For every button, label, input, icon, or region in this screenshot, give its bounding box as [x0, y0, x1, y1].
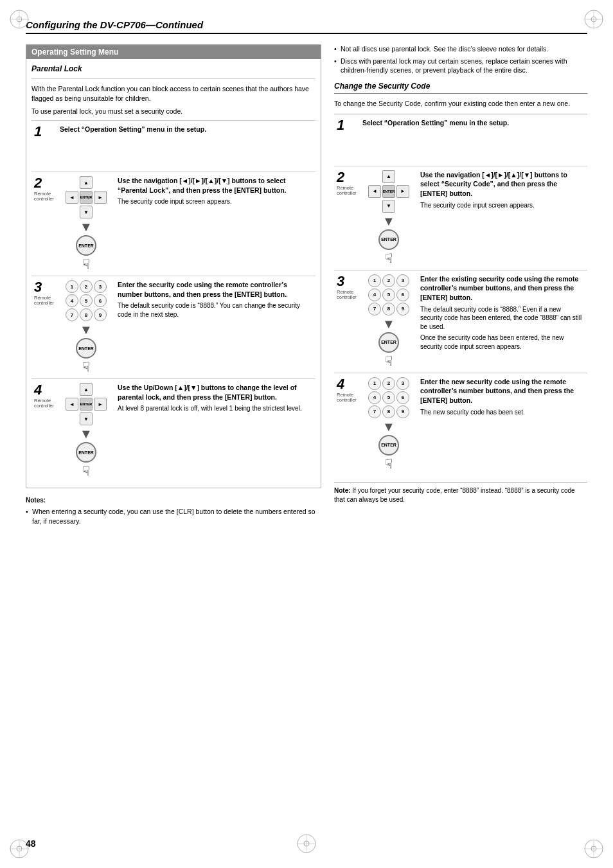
notes-section: Notes: When entering a security code, yo…	[26, 496, 321, 526]
step-1-number: 1	[31, 121, 57, 172]
r4-num-6[interactable]: 6	[396, 391, 409, 404]
num-1[interactable]: 1	[66, 280, 78, 293]
nav-down-btn[interactable]: ▼	[80, 206, 93, 218]
step-4-left: 4 Remote controller ▲	[31, 378, 315, 483]
section-box-header: Operating Setting Menu	[26, 45, 321, 59]
r2-nav-up[interactable]: ▲	[382, 170, 395, 183]
step-2-number: 2 Remote controller	[31, 172, 57, 276]
separator	[31, 78, 315, 79]
corner-decoration-tr	[582, 8, 605, 31]
r4-num-9[interactable]: 9	[396, 405, 409, 418]
r4-enter: ENTER ☟	[378, 435, 399, 472]
ud-down-btn[interactable]: ▼	[80, 412, 93, 425]
r4-num-7[interactable]: 7	[368, 405, 381, 418]
right-step-1: 1 Select “Operation Setting” menu in the…	[334, 114, 587, 166]
step-4-icon: ▲ ◄ ENTER ► ▼	[57, 379, 115, 483]
corner-decoration-tl	[8, 8, 31, 31]
step-2-left: 2 Remote controller ▲	[31, 172, 315, 276]
num-6[interactable]: 6	[94, 294, 107, 307]
num-8[interactable]: 8	[80, 308, 93, 321]
finger-icon-3: ☟	[82, 463, 90, 479]
enter-illus-1: ENTER ☟	[76, 235, 96, 272]
r4-enter-key[interactable]: ENTER	[378, 435, 399, 456]
r2-nav-right[interactable]: ►	[396, 185, 409, 198]
right-bullets: Not all discs use parental lock. See the…	[334, 44, 587, 75]
notes-title: Notes:	[26, 496, 321, 505]
nav-empty2	[94, 176, 107, 189]
finger-icon-1: ☟	[82, 256, 90, 272]
main-content: Operating Setting Menu Parental Lock Wit…	[26, 44, 587, 532]
r4-num-1[interactable]: 1	[368, 377, 381, 390]
page-header: Configuring the DV-CP706—Continued	[26, 19, 587, 34]
right-bullet-2: Discs with parental lock may cut certain…	[334, 57, 587, 75]
nav-enter-center[interactable]: ENTER	[80, 191, 93, 204]
r2-nav-left[interactable]: ◄	[368, 185, 381, 198]
nav-right-btn[interactable]: ►	[94, 191, 107, 204]
r4-num-5[interactable]: 5	[382, 391, 395, 404]
center-bottom-decoration	[295, 832, 318, 856]
step-3-number: 3 Remote controller	[31, 276, 57, 378]
step-3-text: Enter the security code using the remote…	[115, 276, 315, 378]
change-security-code-intro: To change the Security Code, confirm you…	[334, 99, 587, 109]
step-2-remote-nav: ▲ ◄ ENTER ► ▼	[66, 176, 107, 272]
num-9[interactable]: 9	[94, 308, 107, 321]
step-1-left: 1 Select “Operation Setting” menu in the…	[31, 120, 315, 172]
r4-num-2[interactable]: 2	[382, 377, 395, 390]
num-7[interactable]: 7	[66, 308, 78, 321]
r3-num-7[interactable]: 7	[368, 303, 381, 315]
nav-empty4	[94, 206, 107, 218]
right-step-4: 4 Remote controller 1 2 3 4 5 6 7 8	[334, 373, 587, 475]
note-item-1: When entering a security code, you can u…	[26, 507, 321, 526]
num-4[interactable]: 4	[66, 294, 78, 307]
page-title: Configuring the DV-CP706—Continued	[26, 19, 587, 30]
num-3[interactable]: 3	[94, 280, 107, 293]
right-step-3-numpad: 1 2 3 4 5 6 7 8 9 ▼ ENTER	[368, 274, 409, 369]
r3-num-2[interactable]: 2	[382, 274, 395, 287]
r4-arrow: ▼	[382, 420, 395, 433]
r3-num-5[interactable]: 5	[382, 288, 395, 301]
left-column: Operating Setting Menu Parental Lock Wit…	[26, 44, 321, 532]
num-5[interactable]: 5	[80, 294, 93, 307]
right-step-3: 3 Remote controller 1 2 3 4 5 6 7 8	[334, 270, 587, 373]
parental-lock-intro1: With the Parental Lock function you can …	[31, 84, 315, 103]
nav-cross-illus: ▲ ◄ ENTER ► ▼	[66, 176, 107, 218]
step-3-left: 3 Remote controller 1 2 3 4 5	[31, 276, 315, 378]
right-column: Not all discs use parental lock. See the…	[334, 44, 587, 532]
step-2-icon: ▲ ◄ ENTER ► ▼	[57, 172, 115, 276]
r3-enter-key[interactable]: ENTER	[378, 332, 399, 353]
r2-nav-enter[interactable]: ENTER	[382, 185, 395, 198]
r3-num-6[interactable]: 6	[396, 288, 409, 301]
step-3-icon: 1 2 3 4 5 6 7 8 9 ▼	[57, 276, 115, 378]
num-2[interactable]: 2	[80, 280, 93, 293]
arrow-down-1: ▼	[80, 220, 93, 233]
right-step-3-text: Enter the existing security code using t…	[418, 270, 587, 373]
r3-num-3[interactable]: 3	[396, 274, 409, 287]
r3-num-1[interactable]: 1	[368, 274, 381, 287]
r4-num-3[interactable]: 3	[396, 377, 409, 390]
r2-finger: ☟	[385, 251, 393, 266]
ud-left-btn[interactable]: ◄	[66, 398, 78, 411]
r4-num-8[interactable]: 8	[382, 405, 395, 418]
right-step-2-remote: ▲ ◄ ENTER ► ▼	[368, 170, 409, 266]
r3-num-9[interactable]: 9	[396, 303, 409, 315]
nav-left-btn[interactable]: ◄	[66, 191, 78, 204]
nav-up-btn[interactable]: ▲	[80, 176, 93, 189]
r3-num-4[interactable]: 4	[368, 288, 381, 301]
ud-center[interactable]: ENTER	[80, 398, 93, 411]
r4-num-4[interactable]: 4	[368, 391, 381, 404]
r3-numpad: 1 2 3 4 5 6 7 8 9	[368, 274, 409, 315]
enter-key-3[interactable]: ENTER	[76, 442, 96, 463]
ud-up-btn[interactable]: ▲	[80, 383, 93, 396]
right-note-box: Note: If you forget your security code, …	[334, 482, 587, 504]
enter-key-2[interactable]: ENTER	[76, 338, 96, 359]
ud-right-btn[interactable]: ►	[94, 398, 107, 411]
r2-nav-down[interactable]: ▼	[382, 200, 395, 213]
step-3-numpad: 1 2 3 4 5 6 7 8 9 ▼	[66, 280, 107, 375]
right-step-4-numpad2: 1 2 3 4 5 6 7 8 9 ▼ ENTER	[368, 377, 409, 472]
r2-enter: ENTER ☟	[378, 229, 399, 266]
corner-decoration-br	[582, 837, 605, 860]
r3-num-8[interactable]: 8	[382, 303, 395, 315]
page-number: 48	[26, 838, 36, 849]
enter-key-1[interactable]: ENTER	[76, 235, 96, 256]
r2-enter-key[interactable]: ENTER	[378, 229, 399, 250]
